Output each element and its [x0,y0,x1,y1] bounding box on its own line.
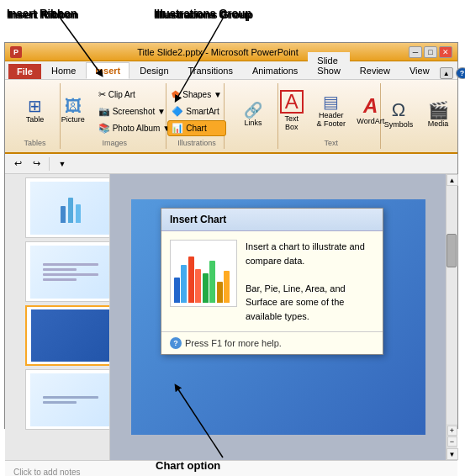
tooltip-footer: ? Press F1 for more help. [161,331,383,354]
insert-ribbon-annotation-text: Insert Ribbon [7,8,77,21]
format-button[interactable]: ▼ [55,156,70,172]
illustrations-buttons: ⬟ Shapes ▼ 🔷 SmartArt 📊 Chart [167,85,226,137]
undo-button[interactable]: ↩ [10,156,25,172]
shapes-button[interactable]: ⬟ Shapes ▼ [167,87,226,103]
slide-7-thumbnail[interactable] [25,241,110,302]
help-button[interactable]: ? [456,67,465,79]
ribbon-group-tables: ⊞ Table Tables [10,83,61,149]
chart-label: Chart [186,124,206,133]
title-bar: P Title Slide2.pptx - Microsoft PowerPoi… [5,43,457,61]
headerfooter-button[interactable]: ▤ Header& Footer [313,87,350,135]
notes-area[interactable]: Click to add notes [5,460,457,476]
clipart-button[interactable]: ✂ Clip Art [94,87,175,103]
chart-button[interactable]: 📊 Chart [167,120,226,136]
zoom-buttons: + − [446,424,459,448]
links-button[interactable]: 🔗 Links [235,92,272,139]
smartart-icon: 🔷 [172,106,183,117]
ribbon-group-images: 🖼 Picture ✂ Clip Art 📷 Screenshot ▼ 📚 Ph… [64,83,166,149]
illustrations-group-annotation-text: Illustrations Group [154,8,251,21]
images-buttons: 🖼 Picture ✂ Clip Art 📷 Screenshot ▼ 📚 Ph… [55,85,175,137]
slide-7-lines [43,263,99,281]
toolbar-separator [49,157,50,171]
redo-button[interactable]: ↪ [29,156,44,172]
wordart-icon: A [363,96,378,116]
textline2 [43,401,77,404]
table-label: Table [26,116,45,124]
ribbon-collapse-button[interactable]: ▲ [440,67,453,79]
app-icon: P [10,46,22,58]
tables-group-label: Tables [24,137,45,147]
preview-bar-1a [174,278,180,303]
slides-panel[interactable]: 6 7 [5,174,110,460]
slide-9-text [43,396,99,404]
zoom-out-slide-button[interactable]: − [447,436,457,447]
preview-bar-group-4 [217,271,230,303]
slide-8-content [31,309,110,361]
tooltip-header: Insert Chart [161,209,383,231]
photoalbum-label: Photo Album ▼ [113,124,171,133]
table-button[interactable]: ⊞ Table [17,87,54,135]
slide-9-content [30,373,110,426]
chart-preview [170,240,237,307]
tab-design[interactable]: Design [130,62,177,79]
maximize-button[interactable]: □ [424,46,437,58]
links-buttons: 🔗 Links [235,85,272,145]
preview-bar-group-2 [188,257,201,303]
screenshot-button[interactable]: 📷 Screenshot ▼ [94,103,175,119]
screenshot-label: Screenshot ▼ [113,107,166,116]
line4 [43,278,77,281]
ribbon-group-symbols: Ω Symbols 🎬 Media [384,83,452,149]
photoalbum-icon: 📚 [98,123,110,134]
media-button[interactable]: 🎬 Media [420,92,457,139]
textbox-button[interactable]: A TextBox [273,87,310,135]
ribbon-group-links: 🔗 Links [228,83,278,149]
preview-bar-4a [217,282,223,303]
picture-button[interactable]: 🖼 Picture [55,87,92,135]
images-group-label: Images [103,137,128,147]
tab-home[interactable]: Home [42,62,85,79]
clipart-label: Clip Art [108,90,135,99]
symbols-button[interactable]: Ω Symbols [380,92,417,139]
illustrations-small-btns: ⬟ Shapes ▼ 🔷 SmartArt 📊 Chart [167,87,226,136]
bar1 [61,206,66,223]
picture-icon: 🖼 [65,98,82,114]
slide-7-content [30,246,110,299]
close-button[interactable]: ✕ [439,46,452,58]
scroll-thumb[interactable] [447,234,457,267]
tab-review[interactable]: Review [351,62,399,79]
text-group-label: Text [324,137,338,147]
minimize-button[interactable]: ─ [409,46,422,58]
tab-file[interactable]: File [8,64,41,79]
clipart-icon: ✂ [98,89,106,100]
screenshot-icon: 📷 [98,106,110,117]
tooltip-body: Insert a chart to illustrate and compare… [161,231,383,331]
main-window: P Title Slide2.pptx - Microsoft PowerPoi… [4,42,458,429]
smartart-button[interactable]: 🔷 SmartArt [167,103,226,119]
slide-6-thumbnail[interactable] [25,177,110,238]
tooltip-desc-main: Insert a chart to illustrate and compare… [246,240,374,267]
tab-transitions[interactable]: Transitions [179,62,242,79]
insert-chart-tooltip: Insert Chart [161,208,383,355]
scroll-up-button[interactable]: ▲ [447,174,458,186]
slide-8-thumbnail[interactable] [25,305,110,366]
tab-slideshow[interactable]: Slide Show [308,52,350,79]
shapes-label: Shapes ▼ [182,90,222,99]
tab-animations[interactable]: Animations [243,62,307,79]
photoalbum-button[interactable]: 📚 Photo Album ▼ [94,120,175,136]
zoom-in-slide-button[interactable]: + [447,426,457,436]
vertical-scrollbar[interactable]: ▲ + − ▼ [446,174,457,460]
scroll-track[interactable] [447,186,457,424]
window-title: Title Slide2.pptx - Microsoft PowerPoint [27,47,409,57]
scroll-down-button[interactable]: ▼ [447,448,458,460]
slide-6-content [30,182,110,235]
tooltip-desc-detail: Bar, Pie, Line, Area, and Surface are so… [246,282,374,324]
quick-access-toolbar: ↩ ↪ ▼ [5,154,457,174]
textline1 [43,396,99,399]
slide-9-thumbnail[interactable] [25,369,110,430]
ribbon-group-illustrations: ⬟ Shapes ▼ 🔷 SmartArt 📊 Chart Illustrati… [170,83,225,149]
preview-bar-2a [188,257,194,303]
tab-view[interactable]: View [400,62,439,79]
bar3 [76,204,81,223]
ribbon: ⊞ Table Tables 🖼 Picture ✂ Clip Art [5,80,457,154]
tab-insert[interactable]: Insert [86,62,129,79]
